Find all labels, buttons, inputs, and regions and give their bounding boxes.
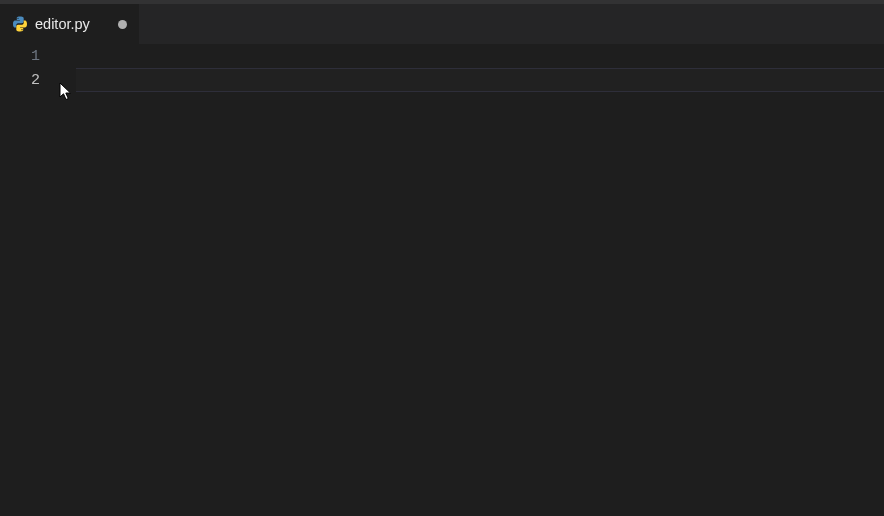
tab-label: editor.py — [35, 16, 107, 32]
editor-line[interactable]: 2 — [0, 68, 884, 92]
tab-editor-py[interactable]: editor.py — [0, 4, 140, 44]
python-file-icon — [12, 16, 28, 32]
editor-line[interactable]: 1 — [0, 44, 884, 68]
tab-bar: editor.py — [0, 4, 884, 44]
code-editor[interactable]: 1 2 — [0, 44, 884, 516]
line-content[interactable] — [76, 68, 884, 92]
unsaved-indicator-icon[interactable] — [118, 20, 127, 29]
line-content[interactable] — [58, 44, 884, 68]
line-number: 2 — [0, 72, 58, 89]
line-number: 1 — [0, 48, 58, 65]
